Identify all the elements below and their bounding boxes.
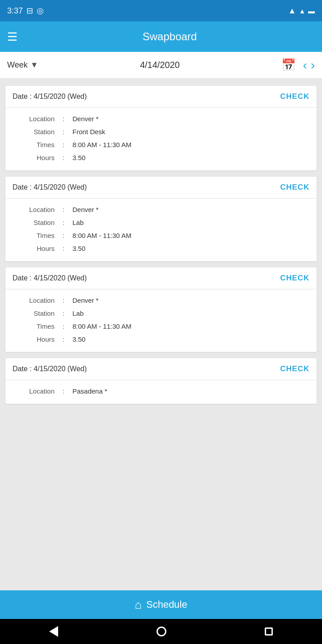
times-row-3: Times : 8:00 AM - 11:30 AM (14, 320, 308, 333)
schedule-button[interactable]: ⌂ Schedule (135, 598, 187, 612)
card-date-4: Date : 4/15/2020 (Wed) (13, 365, 87, 373)
location-label-3: Location (14, 297, 55, 304)
hamburger-menu-icon[interactable]: ☰ (7, 30, 17, 44)
hours-label-1: Hours (14, 154, 55, 161)
status-bar: 3:37 ⊟ ◎ ▲ ▲ ▬ (0, 0, 322, 21)
check-button-3[interactable]: CHECK (280, 274, 309, 283)
location-label-1: Location (14, 115, 55, 123)
check-button-4[interactable]: CHECK (280, 364, 309, 373)
times-sep-2: : (55, 232, 72, 239)
location-row-4: Location : Pasadena * (14, 385, 308, 398)
main-content: Date : 4/15/2020 (Wed) CHECK Location : … (0, 79, 322, 590)
recents-button[interactable] (265, 627, 273, 636)
location-row-2: Location : Denver * (14, 203, 308, 216)
location-sep-3: : (55, 297, 72, 304)
times-value-3: 8:00 AM - 11:30 AM (72, 322, 131, 330)
location-label-4: Location (14, 387, 55, 395)
station-value-3: Lab (72, 309, 84, 317)
times-sep-1: : (55, 141, 72, 148)
station-sep-1: : (55, 128, 72, 136)
nav-arrows: ‹ › (303, 58, 315, 72)
shift-card-3: Date : 4/15/2020 (Wed) CHECK Location : … (5, 267, 317, 352)
station-label-1: Station (14, 128, 55, 136)
station-row-1: Station : Front Desk (14, 125, 308, 138)
hours-row-3: Hours : 3.50 (14, 333, 308, 346)
calendar-icon[interactable]: 📅 (281, 58, 296, 72)
hours-value-2: 3.50 (72, 245, 85, 252)
back-button[interactable] (49, 626, 58, 637)
week-label: Week (7, 60, 28, 70)
status-time: 3:37 (7, 6, 23, 16)
card-body-3: Location : Denver * Station : Lab Times … (5, 289, 317, 352)
card-date-1: Date : 4/15/2020 (Wed) (13, 93, 87, 101)
times-value-2: 8:00 AM - 11:30 AM (72, 232, 131, 239)
station-row-3: Station : Lab (14, 307, 308, 320)
week-selector[interactable]: Week ▼ (7, 60, 38, 70)
home-button[interactable] (157, 627, 166, 636)
station-label-2: Station (14, 219, 55, 226)
times-row-2: Times : 8:00 AM - 11:30 AM (14, 229, 308, 242)
hours-label-2: Hours (14, 245, 55, 252)
location-row-1: Location : Denver * (14, 112, 308, 125)
battery-icon: ▬ (308, 7, 315, 15)
card-body-2: Location : Denver * Station : Lab Times … (5, 199, 317, 261)
android-nav-bar (0, 619, 322, 644)
station-value-1: Front Desk (72, 128, 105, 136)
location-sep-1: : (55, 115, 72, 123)
chevron-down-icon[interactable]: ▼ (30, 60, 38, 70)
location-sep-2: : (55, 206, 72, 213)
prev-arrow-icon[interactable]: ‹ (303, 58, 307, 72)
location-icon: ◎ (37, 6, 44, 16)
station-label-3: Station (14, 309, 55, 317)
times-row-1: Times : 8:00 AM - 11:30 AM (14, 138, 308, 151)
card-header-1: Date : 4/15/2020 (Wed) CHECK (5, 86, 317, 108)
card-body-1: Location : Denver * Station : Front Desk… (5, 108, 317, 170)
app-title: Swapboard (25, 30, 315, 43)
station-row-2: Station : Lab (14, 216, 308, 229)
home-icon: ⌂ (135, 598, 142, 612)
hours-row-1: Hours : 3.50 (14, 151, 308, 164)
times-sep-3: : (55, 322, 72, 330)
hours-value-1: 3.50 (72, 154, 85, 161)
shift-card-2: Date : 4/15/2020 (Wed) CHECK Location : … (5, 177, 317, 261)
next-arrow-icon[interactable]: › (311, 58, 315, 72)
hours-sep-2: : (55, 245, 72, 252)
bottom-nav-bar[interactable]: ⌂ Schedule (0, 590, 322, 619)
location-value-2: Denver * (72, 206, 98, 213)
shift-card-1: Date : 4/15/2020 (Wed) CHECK Location : … (5, 86, 317, 170)
check-button-2[interactable]: CHECK (280, 183, 309, 192)
hours-value-3: 3.50 (72, 335, 85, 343)
hours-label-3: Hours (14, 335, 55, 343)
card-header-2: Date : 4/15/2020 (Wed) CHECK (5, 177, 317, 199)
times-label-3: Times (14, 322, 55, 330)
hours-row-2: Hours : 3.50 (14, 242, 308, 255)
location-value-4: Pasadena * (72, 387, 107, 395)
card-header-3: Date : 4/15/2020 (Wed) CHECK (5, 267, 317, 289)
location-sep-4: : (55, 387, 72, 395)
hours-sep-3: : (55, 335, 72, 343)
hours-sep-1: : (55, 154, 72, 161)
date-display: 4/14/2020 (42, 60, 278, 70)
app-bar: ☰ Swapboard (0, 21, 322, 52)
location-row-3: Location : Denver * (14, 294, 308, 307)
card-date-2: Date : 4/15/2020 (Wed) (13, 183, 87, 191)
times-label-1: Times (14, 141, 55, 148)
station-value-2: Lab (72, 219, 84, 226)
card-body-4: Location : Pasadena * (5, 380, 317, 404)
wifi-icon: ▲ (288, 6, 296, 16)
date-bar: Week ▼ 4/14/2020 📅 ‹ › (0, 52, 322, 79)
notification-icon: ⊟ (26, 6, 33, 16)
shift-card-4: Date : 4/15/2020 (Wed) CHECK Location : … (5, 358, 317, 404)
card-date-3: Date : 4/15/2020 (Wed) (13, 274, 87, 282)
station-sep-3: : (55, 309, 72, 317)
times-label-2: Times (14, 232, 55, 239)
location-value-1: Denver * (72, 115, 98, 123)
card-header-4: Date : 4/15/2020 (Wed) CHECK (5, 358, 317, 380)
schedule-label: Schedule (146, 599, 187, 610)
check-button-1[interactable]: CHECK (280, 92, 309, 101)
station-sep-2: : (55, 219, 72, 226)
signal-icon: ▲ (299, 7, 305, 15)
location-value-3: Denver * (72, 297, 98, 304)
location-label-2: Location (14, 206, 55, 213)
times-value-1: 8:00 AM - 11:30 AM (72, 141, 131, 148)
